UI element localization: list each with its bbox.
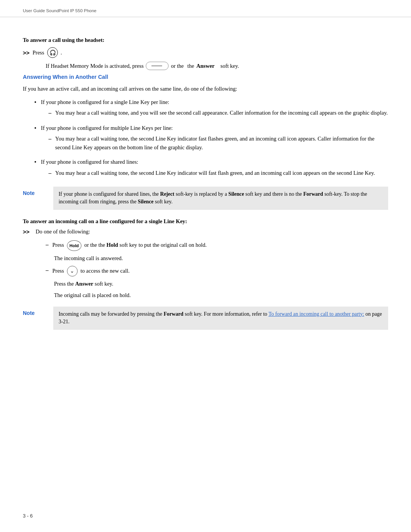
note-2-box: Incoming calls may be forwarded by press… — [53, 307, 388, 330]
sub-dash-1: – — [49, 109, 52, 117]
sub-bullet-item-3: – You may hear a call waiting tone, the … — [49, 169, 388, 177]
bullet-item-3: • If your phone is configured for shared… — [34, 158, 388, 180]
page: User Guide SoundPoint IP 550 Phone To an… — [0, 0, 411, 532]
hold-button-icon: Hold — [67, 240, 81, 251]
bullet-item-2: • If your phone is configured for multip… — [34, 124, 388, 154]
bullet-item-1: • If your phone is configured for a sing… — [34, 98, 388, 120]
do-sub-item-1: – Press Hold or the the Hold soft key to… — [46, 240, 388, 251]
bullet-dot-1: • — [34, 98, 37, 107]
page-header: User Guide SoundPoint IP 550 Phone — [0, 0, 411, 17]
do-text-1: Press Hold or the the Hold soft key to p… — [53, 240, 389, 251]
header-text: User Guide SoundPoint IP 550 Phone — [23, 8, 97, 13]
incoming-answered-result: The incoming call is answered. — [54, 254, 388, 262]
sub-bullet-list-1: – You may hear a call waiting tone, and … — [49, 109, 388, 117]
bullet-text-2: If your phone is configured for multiple… — [41, 124, 388, 154]
sub-bullet-item-2: – You may hear a call waiting tone, the … — [49, 134, 388, 152]
headset-icon: 🎧 — [47, 47, 58, 58]
note-1-row: Note If your phone is configured for sha… — [23, 187, 388, 210]
note-2-row: Note Incoming calls may be forwarded by … — [23, 307, 388, 330]
original-hold-result: The original call is placed on hold. — [54, 291, 388, 299]
do-arrow-prefix: >> — [23, 228, 30, 235]
do-sub-item-2: – Press ⌄ to access the new call. — [46, 266, 388, 276]
sub-bullet-list-3: – You may hear a call waiting tone, the … — [49, 169, 388, 177]
answer-soft-key-label: Answer — [196, 62, 215, 70]
bullet-list: • If your phone is configured for a sing… — [34, 98, 388, 180]
do-one-line: >> Do one of the following: — [23, 228, 388, 235]
do-text-2: Press ⌄ to access the new call. — [53, 266, 389, 276]
body-paragraph-1: If you have an active call, and an incom… — [23, 85, 388, 93]
line-key-instruction-heading: To answer an incoming call on a line con… — [23, 218, 388, 225]
nav-down-icon: ⌄ — [67, 266, 78, 276]
note-2-label: Note — [23, 307, 53, 316]
headset-memory-para: If Headset Memory Mode is activated, pre… — [46, 62, 388, 70]
arrow-prefix: >> — [23, 50, 30, 56]
headset-instruction-heading: To answer a call using the headset: — [23, 37, 388, 43]
main-content: To answer a call using the headset: >> P… — [0, 17, 411, 352]
sub-bullet-list-2: – You may hear a call waiting tone, the … — [49, 134, 388, 152]
press-word: Press — [33, 50, 45, 56]
press-answer-result: Press the Answer soft key. — [54, 280, 388, 288]
do-dash-2: – — [46, 266, 49, 275]
sub-bullet-item-1: – You may hear a call waiting tone, and … — [49, 109, 388, 117]
page-number: 3 - 6 — [23, 513, 33, 519]
line-key-icon — [146, 62, 169, 70]
do-dash-1: – — [46, 240, 49, 249]
sub-dash-3: – — [49, 169, 52, 177]
forward-link[interactable]: To forward an incoming call to another p… — [268, 311, 364, 317]
bullet-dot-2: • — [34, 124, 37, 133]
sub-text-1: You may hear a call waiting tone, and yo… — [55, 109, 388, 117]
note-1-box: If your phone is configured for shared l… — [53, 187, 388, 210]
bullet-text-3: If your phone is configured for shared l… — [41, 158, 388, 180]
blue-section-heading: Answering When in Another Call — [23, 74, 388, 80]
period: . — [61, 50, 62, 56]
headset-memory-text-suffix: or the — [171, 62, 183, 70]
press-headset-line: >> Press 🎧 . — [23, 47, 388, 58]
sub-text-2: You may hear a call waiting tone, the se… — [55, 134, 388, 152]
note-1-label: Note — [23, 187, 53, 196]
headset-memory-text-prefix: If Headset Memory Mode is activated, pre… — [46, 62, 143, 70]
bullet-text-1: If your phone is configured for a single… — [41, 98, 388, 120]
bullet-dot-3: • — [34, 158, 37, 167]
sub-text-3: You may hear a call waiting tone, the se… — [55, 169, 388, 177]
sub-dash-2: – — [49, 134, 52, 143]
do-one-text: Do one of the following: — [36, 228, 90, 235]
